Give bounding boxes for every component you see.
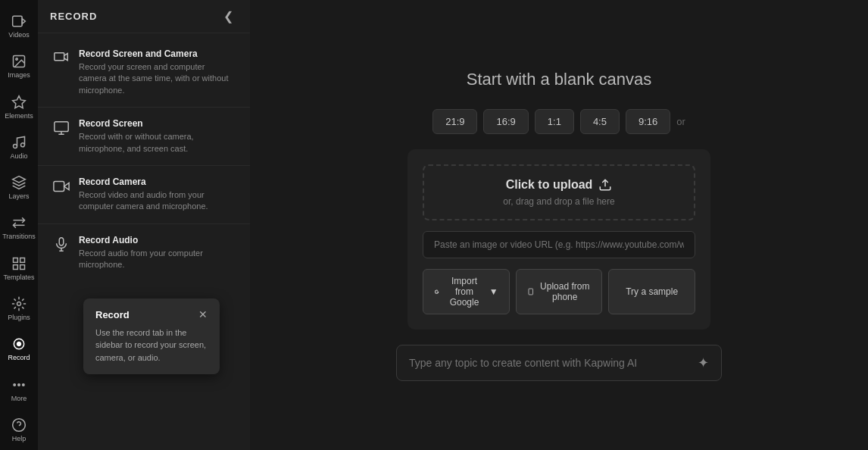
sidebar-item-audio[interactable]: Audio bbox=[0, 127, 38, 167]
sidebar-item-images[interactable]: Images bbox=[0, 46, 38, 86]
record-item-screen-title: Record Screen bbox=[79, 118, 235, 129]
record-item-camera-desc: Record video and audio from your compute… bbox=[79, 189, 235, 213]
record-item-screen-camera-title: Record Screen and Camera bbox=[79, 48, 235, 59]
try-sample-button[interactable]: Try a sample bbox=[608, 269, 695, 314]
upload-phone-label: Upload from phone bbox=[539, 281, 591, 302]
tooltip-close-button[interactable]: ✕ bbox=[198, 309, 208, 320]
sidebar-item-help[interactable]: Help bbox=[0, 410, 38, 450]
panel-title: RECORD bbox=[50, 11, 97, 22]
upload-buttons: Import from Google ▼ Upload from phone T… bbox=[423, 269, 695, 314]
record-item-screen-text: Record Screen Record with or without cam… bbox=[79, 118, 235, 155]
upload-drop-zone[interactable]: Click to upload or, drag and drop a file… bbox=[423, 164, 695, 220]
templates-icon bbox=[11, 256, 27, 271]
svg-point-3 bbox=[16, 58, 17, 61]
svg-rect-0 bbox=[13, 16, 23, 26]
svg-rect-20 bbox=[55, 122, 68, 132]
elements-icon bbox=[11, 95, 27, 110]
sidebar-item-templates-label: Templates bbox=[3, 273, 34, 281]
screen-camera-icon bbox=[53, 50, 70, 67]
aspect-btn-4-5[interactable]: 4:5 bbox=[580, 109, 620, 134]
google-icon bbox=[434, 286, 439, 297]
audio-icon bbox=[11, 135, 27, 150]
sidebar-item-layers-label: Layers bbox=[8, 192, 29, 200]
sidebar-item-plugins[interactable]: Plugins bbox=[0, 289, 38, 329]
svg-rect-7 bbox=[14, 258, 18, 262]
record-item-screen-camera-text: Record Screen and Camera Record your scr… bbox=[79, 48, 235, 96]
aspect-btn-9-16[interactable]: 9:16 bbox=[626, 109, 670, 134]
sidebar-item-audio-label: Audio bbox=[10, 152, 27, 160]
record-item-screen-desc: Record with or without camera, microphon… bbox=[79, 131, 235, 155]
ai-topic-input[interactable] bbox=[409, 357, 698, 369]
aspect-btn-1-1[interactable]: 1:1 bbox=[535, 109, 574, 134]
sidebar: Videos Images Elements Audio bbox=[0, 0, 38, 450]
svg-point-13 bbox=[17, 342, 21, 346]
sidebar-item-record-label: Record bbox=[8, 354, 30, 361]
collapse-button[interactable]: ❮ bbox=[219, 8, 238, 25]
record-tooltip: Record ✕ Use the record tab in the sideb… bbox=[83, 298, 220, 375]
import-google-button[interactable]: Import from Google ▼ bbox=[423, 269, 510, 314]
sidebar-item-images-label: Images bbox=[8, 71, 30, 79]
svg-point-14 bbox=[14, 383, 16, 386]
record-item-camera[interactable]: Record Camera Record video and audio fro… bbox=[42, 167, 245, 222]
sidebar-item-record[interactable]: Record bbox=[0, 329, 38, 369]
sidebar-item-more[interactable]: More bbox=[0, 369, 38, 409]
svg-marker-1 bbox=[22, 19, 25, 24]
sidebar-item-layers[interactable]: Layers bbox=[0, 167, 38, 208]
upload-title: Click to upload bbox=[506, 178, 613, 192]
upload-icon bbox=[598, 178, 612, 192]
ai-sparkle-icon: ✦ bbox=[698, 355, 709, 371]
record-item-screen[interactable]: Record Screen Record with or without cam… bbox=[42, 109, 245, 164]
svg-rect-10 bbox=[20, 264, 25, 269]
record-item-audio-text: Record Audio Record audio from your comp… bbox=[79, 235, 235, 271]
transitions-icon bbox=[11, 215, 27, 230]
plugins-icon bbox=[11, 296, 27, 311]
sidebar-item-templates[interactable]: Templates bbox=[0, 248, 38, 289]
svg-point-17 bbox=[13, 419, 26, 432]
aspect-ratio-row: 21:9 16:9 1:1 4:5 9:16 or bbox=[432, 109, 685, 134]
ai-input-area: ✦ bbox=[396, 345, 722, 381]
record-item-camera-text: Record Camera Record video and audio fro… bbox=[79, 177, 235, 213]
aspect-btn-21-9[interactable]: 21:9 bbox=[432, 109, 477, 134]
record-item-audio-title: Record Audio bbox=[79, 235, 235, 245]
upload-area: Click to upload or, drag and drop a file… bbox=[407, 149, 710, 330]
svg-point-11 bbox=[17, 302, 21, 305]
record-item-audio[interactable]: Record Audio Record audio from your comp… bbox=[42, 226, 245, 280]
svg-point-16 bbox=[23, 383, 25, 386]
svg-point-15 bbox=[18, 383, 20, 386]
aspect-btn-16-9[interactable]: 16:9 bbox=[483, 109, 528, 134]
layers-icon bbox=[11, 175, 27, 190]
sidebar-item-transitions[interactable]: Transitions bbox=[0, 208, 38, 248]
panel-header: RECORD ❮ bbox=[38, 0, 250, 33]
mic-icon bbox=[53, 236, 70, 253]
sidebar-item-more-label: More bbox=[11, 395, 27, 402]
svg-rect-24 bbox=[59, 238, 64, 245]
svg-point-4 bbox=[14, 144, 17, 148]
tooltip-title: Record bbox=[95, 309, 130, 320]
sidebar-item-elements-label: Elements bbox=[5, 112, 33, 120]
tooltip-body: Use the record tab in the sidebar to rec… bbox=[95, 327, 208, 364]
import-google-label: Import from Google bbox=[444, 276, 485, 308]
record-panel: RECORD ❮ Record Screen and Camera Record… bbox=[38, 0, 250, 450]
camera-icon bbox=[53, 178, 70, 195]
try-sample-label: Try a sample bbox=[626, 286, 678, 297]
main-content: Start with a blank canvas 21:9 16:9 1:1 … bbox=[250, 0, 868, 450]
sidebar-item-videos[interactable]: Videos bbox=[0, 6, 38, 46]
svg-marker-6 bbox=[13, 177, 26, 183]
phone-icon bbox=[527, 286, 534, 297]
images-icon bbox=[11, 54, 27, 69]
svg-point-5 bbox=[21, 143, 25, 147]
record-list: Record Screen and Camera Record your scr… bbox=[38, 33, 250, 450]
svg-rect-23 bbox=[54, 182, 64, 192]
record-item-screen-camera-desc: Record your screen and computer camera a… bbox=[79, 61, 235, 96]
record-item-camera-title: Record Camera bbox=[79, 177, 235, 187]
sidebar-item-elements[interactable]: Elements bbox=[0, 87, 38, 127]
videos-icon bbox=[11, 14, 27, 29]
sidebar-item-help-label: Help bbox=[12, 435, 27, 442]
svg-rect-19 bbox=[55, 53, 64, 61]
tooltip-header: Record ✕ bbox=[95, 309, 208, 320]
paste-url-input[interactable] bbox=[423, 231, 695, 258]
record-item-screen-camera[interactable]: Record Screen and Camera Record your scr… bbox=[42, 39, 245, 105]
screen-icon bbox=[53, 120, 70, 136]
upload-subtitle: or, drag and drop a file here bbox=[503, 196, 614, 207]
upload-phone-button[interactable]: Upload from phone bbox=[516, 269, 603, 314]
